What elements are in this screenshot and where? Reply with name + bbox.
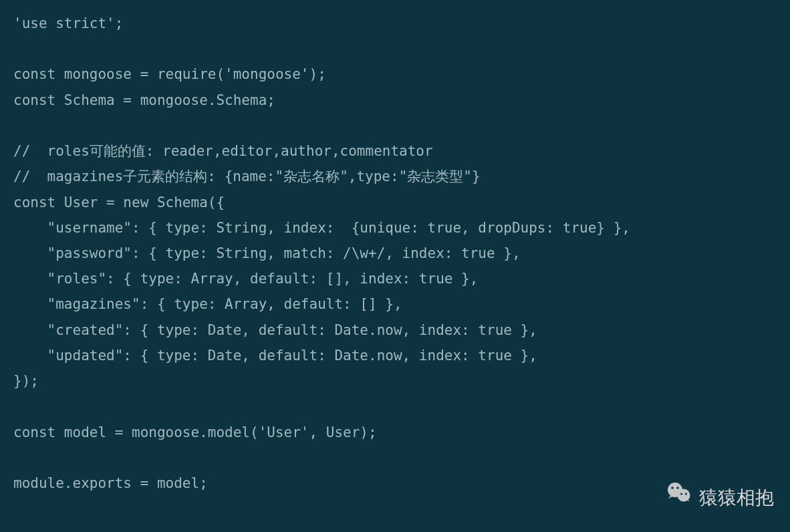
svg-point-2 (671, 487, 674, 489)
watermark-text: 猿猿相抱 (699, 481, 774, 515)
svg-point-3 (676, 487, 679, 489)
wechat-watermark: 猿猿相抱 (666, 479, 774, 517)
wechat-icon (666, 479, 692, 517)
svg-point-4 (680, 493, 682, 495)
code-block: 'use strict'; const mongoose = require('… (13, 11, 777, 496)
svg-point-5 (685, 493, 687, 495)
code-content: 'use strict'; const mongoose = require('… (13, 15, 630, 491)
